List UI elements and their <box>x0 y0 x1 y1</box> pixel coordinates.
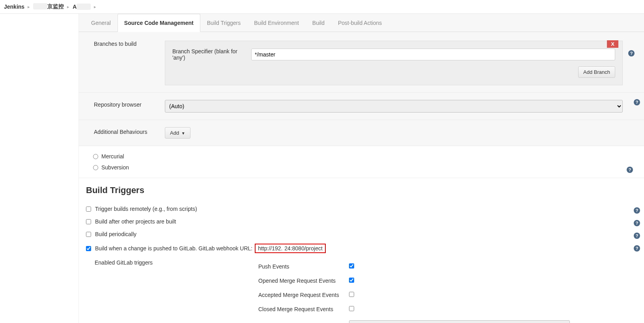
branch-specifier-input[interactable] <box>251 49 615 60</box>
tab-build[interactable]: Build <box>306 14 331 32</box>
tab-general[interactable]: General <box>84 14 118 32</box>
add-behaviour-button[interactable]: Add ▼ <box>165 127 190 139</box>
scm-radio-panel: Mercurial Subversion ? <box>79 146 644 178</box>
branches-to-build-label: Branches to build <box>86 39 165 47</box>
help-icon[interactable]: ? <box>634 245 640 252</box>
breadcrumb-root[interactable]: Jenkins <box>4 4 24 10</box>
branch-specifier-label: Branch Specifier (blank for 'any') <box>172 48 251 61</box>
tab-triggers[interactable]: Build Triggers <box>200 14 248 32</box>
help-icon[interactable]: ? <box>634 207 640 214</box>
tab-scm[interactable]: Source Code Management <box>118 14 200 32</box>
scm-subversion-label: Subversion <box>101 164 129 171</box>
breadcrumb-job[interactable]: A <box>73 4 91 10</box>
push-events-checkbox[interactable] <box>349 263 354 269</box>
trigger-gitlab-checkbox[interactable] <box>86 246 91 251</box>
trigger-remote-checkbox[interactable] <box>86 207 91 212</box>
scm-subversion-radio[interactable] <box>93 165 98 170</box>
branches-panel: Branches to build X Branch Specifier (bl… <box>79 32 644 93</box>
accepted-mr-checkbox[interactable] <box>349 292 354 297</box>
opened-mr-label: Opened Merge Request Events <box>258 278 349 284</box>
caret-down-icon: ▼ <box>181 131 185 135</box>
trigger-gitlab-label: Build when a change is pushed to GitLab.… <box>95 244 326 253</box>
chevron-right-icon: ▸ <box>67 4 69 9</box>
push-events-label: Push Events <box>258 263 349 270</box>
help-icon[interactable]: ? <box>627 167 633 173</box>
breadcrumb: Jenkins ▸ 京监控 ▸ A ▸ <box>0 0 644 14</box>
build-triggers-options: Trigger builds remotely (e.g., from scri… <box>79 203 644 323</box>
breadcrumb-project[interactable]: 京监控 <box>33 3 64 10</box>
trigger-periodic-checkbox[interactable] <box>86 232 91 237</box>
help-icon[interactable]: ? <box>634 99 640 105</box>
trigger-after-checkbox[interactable] <box>86 219 91 224</box>
scm-mercurial-label: Mercurial <box>101 153 124 160</box>
build-triggers-heading: Build Triggers <box>79 178 644 203</box>
scm-mercurial-radio[interactable] <box>93 154 98 159</box>
rebuild-mr-select[interactable]: Never <box>349 320 570 323</box>
chevron-right-icon: ▸ <box>94 4 96 9</box>
repo-browser-select[interactable]: (Auto) <box>165 100 623 113</box>
left-sidebar <box>0 14 79 323</box>
branch-block: X Branch Specifier (blank for 'any') Add… <box>165 41 623 85</box>
closed-mr-label: Closed Merge Request Events <box>258 306 349 312</box>
repo-browser-label: Repository browser <box>86 100 165 108</box>
help-icon[interactable]: ? <box>634 233 640 239</box>
repo-browser-panel: Repository browser (Auto) ? <box>79 93 644 120</box>
help-icon[interactable]: ? <box>634 220 640 226</box>
accepted-mr-label: Accepted Merge Request Events <box>258 292 349 298</box>
trigger-periodic-label: Build periodically <box>95 231 136 237</box>
help-icon[interactable]: ? <box>628 50 635 56</box>
tab-environment[interactable]: Build Environment <box>247 14 306 32</box>
trigger-after-label: Build after other projects are built <box>95 218 176 225</box>
additional-panel: Additional Behaviours Add ▼ <box>79 120 644 146</box>
opened-mr-checkbox[interactable] <box>349 278 354 283</box>
trigger-remote-label: Trigger builds remotely (e.g., from scri… <box>95 206 197 212</box>
tab-postbuild[interactable]: Post-build Actions <box>331 14 388 32</box>
gitlab-webhook-url: http://192. 24:8080/project <box>255 244 326 253</box>
closed-mr-checkbox[interactable] <box>349 306 354 311</box>
config-tabs: General Source Code Management Build Tri… <box>79 14 644 32</box>
additional-behaviours-label: Additional Behaviours <box>86 127 165 135</box>
delete-branch-button[interactable]: X <box>607 40 618 48</box>
enabled-gitlab-triggers-label: Enabled GitLab triggers <box>95 259 258 323</box>
add-branch-button[interactable]: Add Branch <box>578 66 615 78</box>
chevron-right-icon: ▸ <box>28 4 30 9</box>
